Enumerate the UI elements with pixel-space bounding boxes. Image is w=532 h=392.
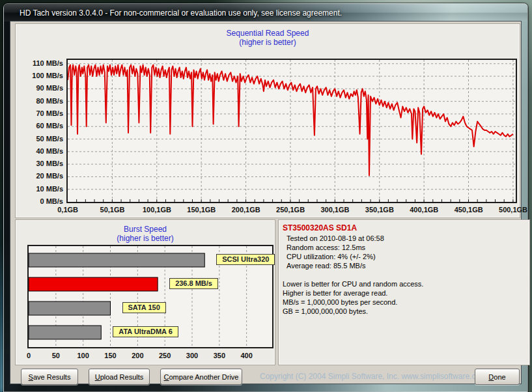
y-axis-tick-label: 0 MB/s — [18, 197, 63, 205]
y-axis-tick-label: 80 MB/s — [18, 97, 63, 105]
x-axis-tick-label: 50 — [52, 352, 60, 359]
note-line: MB/s = 1,000,000 bytes per second. — [283, 298, 526, 307]
chart-title: Sequential Read Speed — [16, 29, 519, 38]
y-axis-tick-label: 110 MB/s — [18, 59, 63, 67]
y-axis-tick-label: 90 MB/s — [18, 84, 63, 92]
bar-value-label: 236.8 MB/s — [169, 278, 218, 289]
bar-value-label: SATA 150 — [122, 302, 166, 313]
x-axis-tick-label: 0 — [27, 352, 31, 359]
x-axis-tick-label: 200 — [132, 352, 143, 359]
x-axis-tick-label: 250,1GB — [276, 206, 305, 214]
x-axis-tick-label: 300,1GB — [320, 206, 349, 214]
sequential-chart-title: Sequential Read Speed (higher is better) — [16, 29, 519, 47]
info-line: Average read: 85.5 MB/s — [283, 261, 526, 270]
note-line: GB = 1,000,000,000 bytes. — [283, 307, 526, 316]
x-axis-tick-label: 200,1GB — [232, 206, 260, 214]
sequential-read-plot — [66, 59, 517, 203]
app-window: HD Tach version 3.0.4.0 - For non-commer… — [3, 3, 528, 392]
note-line: Higher is better for average read. — [283, 288, 526, 298]
info-line: Random access: 12.5ms — [283, 243, 526, 252]
x-axis-tick-label: 100,1GB — [143, 206, 171, 214]
y-axis-tick-label: 100 MB/s — [18, 72, 63, 79]
done-button[interactable]: Done — [475, 369, 520, 385]
y-axis-tick-label: 20 MB/s — [18, 172, 63, 180]
x-axis-tick-label: 150 — [104, 352, 116, 359]
note-line: Lower is better for CPU and random acces… — [283, 279, 526, 288]
y-axis-tick-label: 70 MB/s — [18, 109, 63, 117]
bar-value-label: ATA UltraDMA 6 — [113, 326, 178, 337]
x-axis-tick-label: 300 — [186, 352, 198, 359]
chart-subtitle: (higher is better) — [16, 38, 519, 47]
title-bar[interactable]: HD Tach version 3.0.4.0 - For non-commer… — [4, 4, 527, 21]
drive-stats: Tested on 2010-08-19 at 06:58Random acce… — [283, 234, 526, 270]
compare-another-drive-button[interactable]: Compare Another Drive — [160, 369, 242, 385]
y-axis-tick-label: 30 MB/s — [18, 160, 63, 167]
chart-subtitle: (higher is better) — [16, 234, 274, 243]
x-axis-tick-label: 150,1GB — [187, 206, 216, 214]
x-axis-tick-label: 400 — [240, 352, 252, 359]
drive-notes: Lower is better for CPU and random acces… — [283, 279, 526, 316]
drive-name: ST3500320AS SD1A — [283, 223, 526, 232]
x-axis-tick-label: 400,1GB — [410, 206, 438, 214]
x-axis-tick-label: 350,1GB — [365, 206, 394, 214]
x-axis-tick-label: 100 — [77, 352, 89, 359]
sequential-read-panel: Sequential Read Speed (higher is better)… — [16, 24, 520, 217]
y-axis-tick-label: 60 MB/s — [18, 122, 63, 130]
info-line: Tested on 2010-08-19 at 06:58 — [283, 234, 526, 243]
burst-chart-title: Burst Speed (higher is better) — [16, 225, 274, 243]
chart-title: Burst Speed — [16, 225, 274, 234]
x-axis-tick-label: 450,1GB — [455, 206, 483, 214]
x-axis-tick-label: 250 — [159, 352, 171, 359]
x-axis-tick-label: 50,1GB — [100, 206, 125, 214]
y-axis-tick-label: 50 MB/s — [18, 135, 63, 143]
x-axis-tick-label: 0,1GB — [57, 206, 78, 214]
bar-value-label: SCSI Ultra320 — [216, 254, 275, 265]
copyright-text: Copyright (C) 2004 Simpli Software, Inc.… — [260, 372, 486, 381]
info-line: CPU utilization: 4% (+/- 2%) — [283, 252, 526, 261]
burst-speed-panel: Burst Speed (higher is better) SCSI Ultr… — [16, 220, 275, 365]
x-axis-tick-label: 500,1GB — [499, 206, 527, 214]
y-axis-tick-label: 40 MB/s — [18, 147, 63, 155]
client-area: Sequential Read Speed (higher is better)… — [10, 21, 521, 384]
save-results-button[interactable]: Save Results — [21, 369, 78, 385]
y-axis-tick-label: 10 MB/s — [18, 185, 63, 193]
x-axis-tick-label: 350 — [214, 352, 225, 359]
drive-info-panel: ST3500320AS SD1A Tested on 2010-08-19 at… — [279, 220, 529, 365]
window-title: HD Tach version 3.0.4.0 - For non-commer… — [4, 8, 342, 18]
upload-results-button[interactable]: Upload Results — [89, 369, 150, 385]
